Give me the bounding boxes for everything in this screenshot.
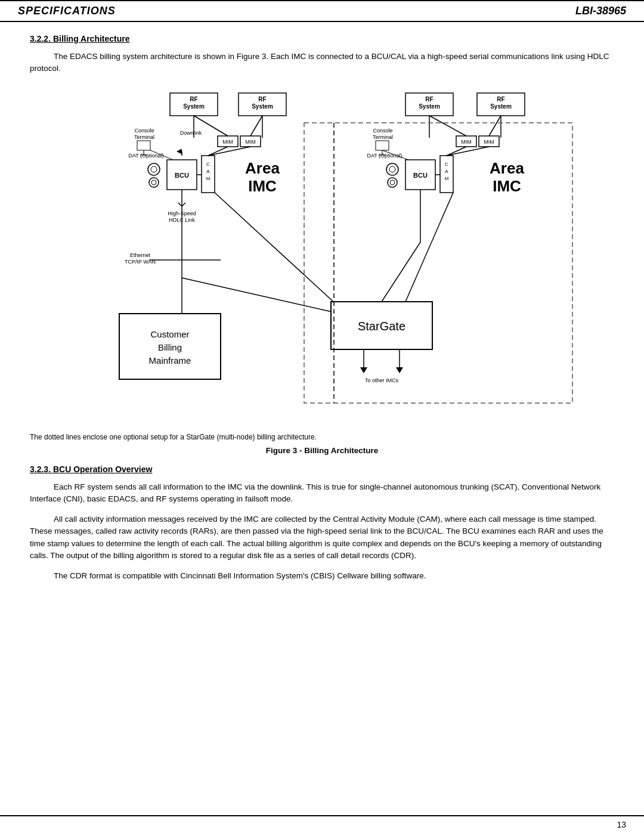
diagram-caption-small: The dotted lines enclose one optional se… <box>30 433 614 441</box>
svg-text:MIM: MIM <box>484 139 494 145</box>
svg-text:Downlink: Downlink <box>180 130 202 136</box>
svg-text:BCU: BCU <box>175 172 189 179</box>
section-323-paragraph2: All call activity information messages r… <box>30 513 614 562</box>
svg-point-79 <box>390 180 395 185</box>
svg-line-98 <box>208 147 228 156</box>
svg-text:C: C <box>206 162 210 167</box>
svg-text:IMC: IMC <box>248 177 277 195</box>
svg-text:MIM: MIM <box>245 139 256 145</box>
diagram-svg: RF System RF System RF System RF System … <box>54 87 590 421</box>
diagram-caption-bold: Figure 3 - Billing Architecture <box>30 446 614 455</box>
svg-line-42 <box>178 203 182 206</box>
svg-text:RF: RF <box>190 96 197 103</box>
section-323-paragraph1: Each RF system sends all call informatio… <box>30 481 614 506</box>
svg-text:BCU: BCU <box>413 172 428 179</box>
header-doc-number: LBI-38965 <box>575 5 626 17</box>
svg-text:RF: RF <box>497 96 504 103</box>
section-323-heading: 3.2.3. BCU Operation Overview <box>30 465 614 474</box>
svg-text:System: System <box>252 103 273 110</box>
main-content: 3.2.2. Billing Architecture The EDACS bi… <box>0 34 644 833</box>
svg-line-100 <box>447 147 466 156</box>
svg-rect-66 <box>376 141 389 150</box>
svg-line-54 <box>182 278 340 314</box>
svg-line-43 <box>182 203 185 206</box>
page: SPECIFICATIONS LBI-38965 3.2.2. Billing … <box>0 0 644 833</box>
svg-text:RF: RF <box>258 96 266 103</box>
svg-text:Billing: Billing <box>158 342 182 352</box>
section-323-paragraph3: The CDR format is compatible with Cincin… <box>30 570 614 582</box>
svg-text:M: M <box>206 176 210 181</box>
svg-text:System: System <box>419 103 440 110</box>
svg-line-53 <box>215 193 340 308</box>
svg-text:Ethernet: Ethernet <box>130 252 151 258</box>
billing-architecture-diagram: RF System RF System RF System RF System … <box>54 87 590 421</box>
svg-line-97 <box>489 116 501 136</box>
svg-text:Area: Area <box>490 159 524 177</box>
svg-text:Mainframe: Mainframe <box>149 355 191 366</box>
svg-marker-60 <box>396 367 403 373</box>
svg-text:Console: Console <box>134 128 154 134</box>
svg-text:StarGate: StarGate <box>358 320 405 333</box>
svg-point-28 <box>151 166 157 172</box>
header-title: SPECIFICATIONS <box>18 5 116 17</box>
svg-text:System: System <box>183 103 205 110</box>
section-322-paragraph: The EDACS billing system architecture is… <box>30 51 614 75</box>
page-header: SPECIFICATIONS LBI-38965 <box>0 0 644 22</box>
page-number: 13 <box>617 820 626 829</box>
svg-text:MIM: MIM <box>222 139 233 145</box>
svg-text:M: M <box>445 176 449 181</box>
page-footer: 13 <box>0 815 644 833</box>
svg-text:C: C <box>445 162 448 167</box>
svg-text:A: A <box>445 169 448 174</box>
svg-marker-59 <box>360 367 367 373</box>
svg-line-96 <box>429 116 466 136</box>
section-322-heading: 3.2.2. Billing Architecture <box>30 34 614 44</box>
svg-line-99 <box>208 147 250 156</box>
svg-rect-16 <box>137 141 150 150</box>
svg-point-77 <box>389 166 395 172</box>
svg-point-30 <box>151 180 156 185</box>
svg-line-89 <box>405 193 453 302</box>
svg-text:To other IMCs: To other IMCs <box>365 377 399 383</box>
svg-line-95 <box>250 116 262 136</box>
svg-text:Console: Console <box>373 128 392 134</box>
svg-line-101 <box>447 147 489 156</box>
svg-text:Customer: Customer <box>150 329 189 339</box>
svg-text:IMC: IMC <box>493 177 521 195</box>
svg-text:RF: RF <box>425 96 433 103</box>
svg-text:MIM: MIM <box>461 139 472 145</box>
svg-text:Terminal: Terminal <box>373 134 393 140</box>
svg-text:Terminal: Terminal <box>134 134 154 140</box>
svg-text:Area: Area <box>245 159 280 177</box>
svg-text:A: A <box>206 169 210 174</box>
svg-rect-90 <box>304 123 572 403</box>
svg-text:System: System <box>490 103 512 110</box>
svg-line-88 <box>382 242 420 302</box>
